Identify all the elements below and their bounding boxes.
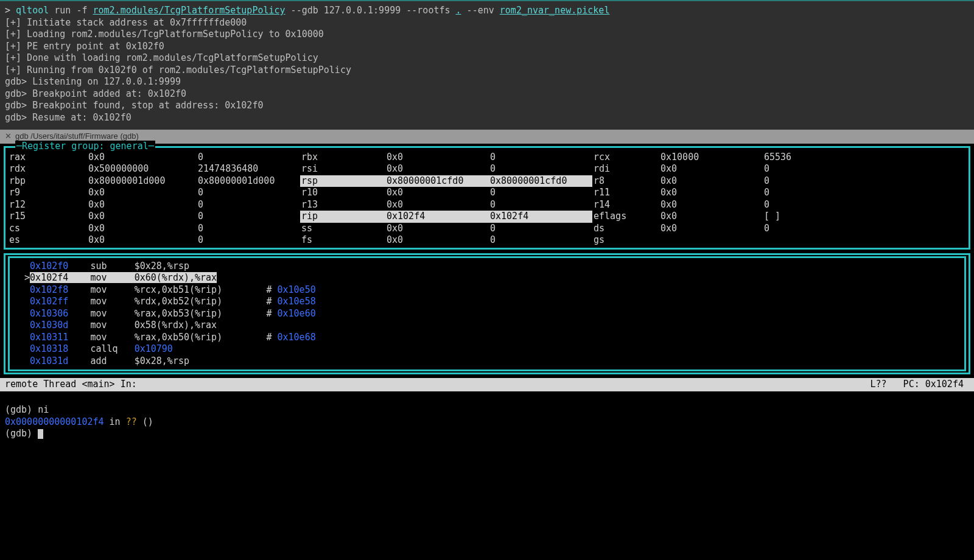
- reg-hex: 0x0: [87, 152, 197, 164]
- reg-dec: 0: [763, 187, 836, 199]
- unknown-symbol: ??: [126, 416, 137, 427]
- reg-dec: 65536: [763, 152, 836, 164]
- reg-name: rsp: [300, 175, 385, 187]
- module-path-link[interactable]: rom2.modules/TcgPlatformSetupPolicy: [93, 5, 286, 16]
- reg-hex: 0x500000000: [87, 163, 197, 175]
- reg-name: fs: [300, 234, 385, 247]
- reg-hex: 0x0: [87, 223, 197, 235]
- register-panel-title: Register group: general: [22, 141, 149, 152]
- reg-name: r15: [8, 211, 87, 223]
- reg-hex: 0x0: [385, 163, 489, 175]
- shell-output-line: [+] Done with loading rom2.modules/TcgPl…: [5, 52, 969, 65]
- reg-name: r11: [592, 187, 659, 199]
- reg-dec: 0: [489, 152, 592, 164]
- reg-dec: 0: [489, 234, 592, 247]
- reg-dec: 0: [197, 234, 300, 247]
- gdb-prompt: (gdb): [5, 404, 38, 415]
- reg-dec: 0: [763, 223, 836, 235]
- reg-dec: 0: [489, 187, 592, 199]
- reg-hex: 0x0: [87, 234, 197, 247]
- asm-line: 0x1031d add $0x28,%rsp: [13, 355, 961, 368]
- reg-name: ss: [300, 223, 385, 235]
- reg-dec: 0: [489, 199, 592, 211]
- gdb-tui-pane: ─Register group: general─ rax0x00rbx0x00…: [0, 146, 974, 477]
- reg-name: gs: [592, 234, 659, 247]
- register-panel: ─Register group: general─ rax0x00rbx0x00…: [4, 146, 970, 250]
- reg-hex: 0x0: [87, 211, 197, 223]
- reg-dec: 0: [489, 223, 592, 235]
- reg-dec: 0: [197, 187, 300, 199]
- shell-output-line: gdb> Breakpoint found, stop at address: …: [5, 100, 969, 112]
- reg-hex: 0x0: [659, 175, 763, 187]
- asm-line: 0x102f8 mov %rcx,0xb51(%rip) # 0x10e50: [13, 284, 961, 296]
- reg-name: rdx: [8, 163, 87, 175]
- reg-dec: 0: [763, 175, 836, 187]
- reg-dec: 0: [197, 211, 300, 223]
- reg-name: rbp: [8, 175, 87, 187]
- qltool-cmd: qltool: [16, 5, 49, 16]
- reg-dec: [ ]: [763, 211, 836, 223]
- reg-hex: [659, 234, 763, 247]
- asm-line: >0x102f4 mov 0x60(%rdx),%rax: [13, 272, 961, 284]
- reg-dec: 0: [197, 152, 300, 164]
- shell-output-line: gdb> Breakpoint added at: 0x102f0: [5, 88, 969, 100]
- status-left: remote Thread <main> In:: [5, 379, 137, 391]
- reg-name: cs: [8, 223, 87, 235]
- reg-hex: 0x10000: [659, 152, 763, 164]
- env-file-link[interactable]: rom2_nvar_new.pickel: [500, 5, 610, 16]
- stop-address: 0x00000000000102f4: [5, 416, 104, 427]
- text-cursor: [38, 429, 43, 439]
- reg-hex: 0x0: [385, 152, 489, 164]
- reg-dec: 0x80000001d000: [197, 175, 300, 187]
- close-icon[interactable]: ✕: [5, 131, 12, 142]
- asm-line: 0x10311 mov %rax,0xb50(%rip) # 0x10e68: [13, 332, 961, 344]
- reg-name: eflags: [592, 211, 659, 223]
- asm-line: 0x102ff mov %rdx,0xb52(%rip) # 0x10e58: [13, 296, 961, 308]
- reg-name: r10: [300, 187, 385, 199]
- reg-name: rbx: [300, 152, 385, 164]
- shell-output-line: [+] Running from 0x102f0 of rom2.modules…: [5, 65, 969, 77]
- gdb-prompt: (gdb): [5, 428, 38, 439]
- reg-name: rdi: [592, 163, 659, 175]
- reg-name: r12: [8, 199, 87, 211]
- status-right: L?? PC: 0x102f4: [870, 379, 969, 391]
- reg-dec: 0: [489, 163, 592, 175]
- shell-output-pane: > qltool run -f rom2.modules/TcgPlatform…: [0, 0, 974, 130]
- reg-hex: 0x80000001d000: [87, 175, 197, 187]
- reg-name: ds: [592, 223, 659, 235]
- reg-hex: 0x0: [385, 223, 489, 235]
- prompt-char: >: [5, 5, 10, 16]
- reg-dec: 0: [763, 163, 836, 175]
- gdb-cli-cmd: ni: [38, 404, 49, 415]
- reg-name: rsi: [300, 163, 385, 175]
- reg-name: r14: [592, 199, 659, 211]
- reg-dec: 0: [197, 223, 300, 235]
- asm-line: 0x10318 callq 0x10790: [13, 343, 961, 355]
- reg-name: es: [8, 234, 87, 247]
- asm-line: 0x102f0 sub $0x28,%rsp: [13, 261, 961, 273]
- reg-hex: 0x0: [659, 163, 763, 175]
- reg-name: r9: [8, 187, 87, 199]
- reg-dec: 0x102f4: [489, 211, 592, 223]
- reg-name: r8: [592, 175, 659, 187]
- shell-output-line: [+] PE entry point at 0x102f0: [5, 41, 969, 53]
- reg-hex: 0x80000001cfd0: [385, 175, 489, 187]
- shell-output-line: gdb> Listening on 127.0.0.1:9999: [5, 76, 969, 88]
- reg-hex: 0x0: [87, 187, 197, 199]
- gdb-status-bar: remote Thread <main> In: L?? PC: 0x102f4: [0, 378, 974, 391]
- reg-dec: 21474836480: [197, 163, 300, 175]
- asm-panel-inner: 0x102f0 sub $0x28,%rsp >0x102f4 mov 0x60…: [8, 256, 966, 372]
- reg-hex: 0x0: [385, 199, 489, 211]
- asm-line: 0x10306 mov %rax,0xb53(%rip) # 0x10e60: [13, 308, 961, 320]
- reg-hex: 0x0: [659, 223, 763, 235]
- reg-hex: 0x0: [659, 199, 763, 211]
- shell-output-line: [+] Initiate stack address at 0x7ffffffd…: [5, 17, 969, 29]
- reg-name: r13: [300, 199, 385, 211]
- rootfs-dot-link[interactable]: .: [456, 5, 461, 16]
- shell-command-line: > qltool run -f rom2.modules/TcgPlatform…: [5, 5, 969, 17]
- reg-hex: 0x102f4: [385, 211, 489, 223]
- shell-output-line: gdb> Resume at: 0x102f0: [5, 112, 969, 124]
- gdb-cli[interactable]: (gdb) ni 0x00000000000102f4 in ?? () (gd…: [0, 391, 974, 477]
- reg-hex: 0x0: [385, 234, 489, 247]
- reg-dec: [763, 234, 836, 247]
